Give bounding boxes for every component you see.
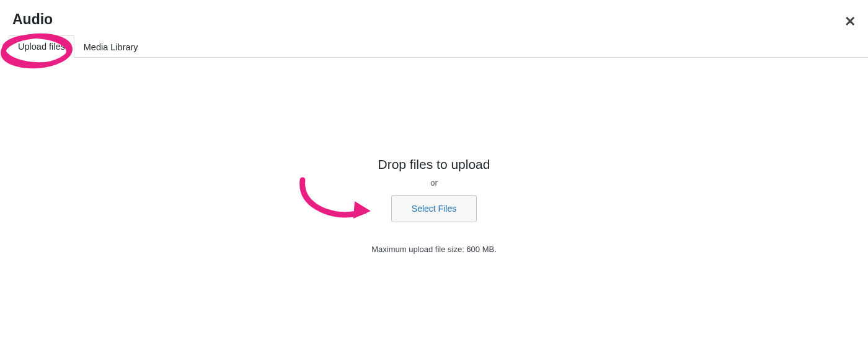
max-upload-size: Maximum upload file size: 600 MB.: [0, 245, 868, 254]
select-files-button[interactable]: Select Files: [391, 195, 477, 222]
modal-title: Audio: [12, 11, 856, 28]
or-text: or: [0, 178, 868, 187]
tab-upload-files[interactable]: Upload files: [9, 35, 74, 58]
tab-label: Upload files: [18, 42, 65, 52]
close-icon[interactable]: ✕: [844, 15, 856, 29]
tabs-nav: Upload files Media Library: [0, 35, 868, 58]
upload-dropzone[interactable]: Drop files to upload or Select Files Max…: [0, 58, 868, 254]
tab-label: Media Library: [84, 42, 138, 52]
tab-media-library[interactable]: Media Library: [74, 36, 148, 58]
drop-heading: Drop files to upload: [0, 157, 868, 172]
modal-header: Audio ✕: [0, 0, 868, 35]
